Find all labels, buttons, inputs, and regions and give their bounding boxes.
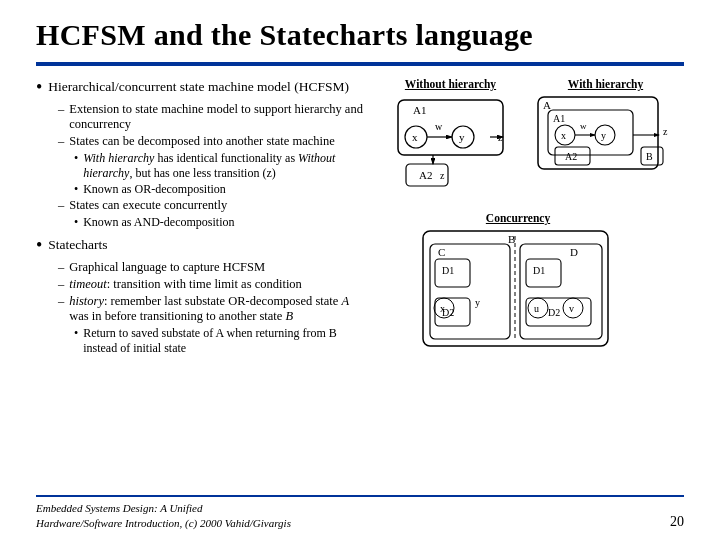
sub-sub-1-3-1-text: Known as AND-decomposition (83, 215, 234, 230)
bullet-1: • Hierarchical/concurrent state machine … (36, 78, 364, 98)
svg-text:y: y (475, 297, 480, 308)
svg-text:D1: D1 (533, 265, 545, 276)
sub-item-2-1: – Graphical language to capture HCFSM (58, 260, 364, 275)
svg-text:B: B (646, 151, 653, 162)
svg-text:A2: A2 (419, 169, 432, 181)
sub-sub-list-1-2: • With hierarchy has identical functiona… (74, 151, 364, 197)
sub-sub-list-2-3: • Return to saved substate of A when ret… (74, 326, 364, 356)
sub-item-1-3: – States can execute concurrently (58, 198, 364, 213)
bullet-2-text: Statecharts (48, 236, 107, 254)
sub-sub-1-2-1-end: , but has one less transition (z) (129, 166, 275, 180)
bullet-icon-2: • (36, 236, 42, 256)
svg-text:A2: A2 (565, 151, 577, 162)
sub-item-2-3: – history: remember last substate OR-dec… (58, 294, 364, 324)
state-b-italic: B (286, 309, 294, 323)
without-hierarchy-svg: A1 x y w z (378, 92, 523, 192)
concurrency-svg: B C D1 x D2 D (418, 226, 618, 356)
sub-item-1-2: – States can be decomposed into another … (58, 134, 364, 149)
right-column: Without hierarchy A1 x y w (374, 78, 684, 360)
sub-sub-1-3-1: • Known as AND-decomposition (74, 215, 364, 230)
page-number: 20 (670, 514, 684, 530)
sub-item-1-1: – Extension to state machine model to su… (58, 102, 364, 132)
sub-item-2-3-mid: was in before transitioning to another s… (69, 309, 285, 323)
sub-list-2: – Graphical language to capture HCFSM – … (58, 260, 364, 356)
svg-text:A: A (543, 99, 551, 111)
with-hierarchy-italic: With hierarchy (83, 151, 154, 165)
sub-sub-2-3-1-text: Return to saved substate of A when retur… (83, 326, 364, 356)
concurrency-diagram: Concurrency B C D1 x (418, 212, 618, 360)
sub-sub-1-2-2: • Known as OR-decomposition (74, 182, 364, 197)
hierarchy-diagrams: Without hierarchy A1 x y w (378, 78, 684, 196)
with-hierarchy-svg: A A1 x y w (533, 92, 678, 192)
sub-item-2-2-text: : transition with time limit as conditio… (107, 277, 302, 291)
without-hierarchy-diagram: Without hierarchy A1 x y w (378, 78, 523, 196)
bullet-2: • Statecharts (36, 236, 364, 256)
svg-rect-15 (538, 97, 658, 169)
sub-item-1-2-text: States can be decomposed into another st… (69, 134, 335, 149)
sub-sub-list-1-3: • Known as AND-decomposition (74, 215, 364, 230)
svg-text:C: C (438, 246, 445, 258)
sub-item-1-1-text: Extension to state machine model to supp… (69, 102, 364, 132)
divider (36, 62, 684, 66)
svg-text:y: y (601, 130, 606, 141)
sub-sub-1-2-1: • With hierarchy has identical functiona… (74, 151, 364, 181)
svg-text:v: v (569, 303, 574, 314)
svg-rect-35 (430, 244, 510, 339)
left-column: • Hierarchical/concurrent state machine … (36, 78, 374, 360)
concurrency-label: Concurrency (418, 212, 618, 224)
with-hierarchy-diagram: With hierarchy A A1 x y (533, 78, 678, 196)
history-italic: history (69, 294, 104, 308)
svg-text:u: u (534, 303, 539, 314)
sub-item-2-3-text: : remember last substate OR-decomposed s… (104, 294, 341, 308)
svg-text:w: w (580, 121, 587, 131)
svg-text:D: D (570, 246, 578, 258)
sub-sub-2-3-1: • Return to saved substate of A when ret… (74, 326, 364, 356)
svg-text:z: z (440, 170, 445, 181)
footer-line1: Embedded Systems Design: A Unified (36, 501, 291, 515)
footer-line2: Hardware/Software Introduction, (c) 2000… (36, 516, 291, 530)
state-a-italic: A (341, 294, 349, 308)
sub-item-2-2: – timeout: transition with time limit as… (58, 277, 364, 292)
svg-text:D2: D2 (548, 307, 560, 318)
svg-text:x: x (412, 131, 418, 143)
svg-text:D1: D1 (442, 265, 454, 276)
bullet-1-text: Hierarchical/concurrent state machine mo… (48, 78, 349, 96)
footer: Embedded Systems Design: A Unified Hardw… (36, 495, 684, 530)
bullet-icon-1: • (36, 78, 42, 98)
svg-text:A1: A1 (413, 104, 426, 116)
sub-item-2-1-text: Graphical language to capture HCFSM (69, 260, 265, 275)
sub-sub-1-2-2-text: Known as OR-decomposition (83, 182, 226, 197)
sub-list-1: – Extension to state machine model to su… (58, 102, 364, 230)
svg-text:A1: A1 (553, 113, 565, 124)
without-hierarchy-label: Without hierarchy (378, 78, 523, 90)
main-content: • Hierarchical/concurrent state machine … (36, 78, 684, 360)
footer-citation: Embedded Systems Design: A Unified Hardw… (36, 501, 291, 530)
svg-text:D2: D2 (442, 307, 454, 318)
page-title: HCFSM and the Statecharts language (36, 18, 684, 52)
sub-item-1-3-text: States can execute concurrently (69, 198, 227, 213)
sub-sub-1-2-1-mid: has identical functionality as (154, 151, 298, 165)
svg-text:B: B (508, 233, 515, 245)
with-hierarchy-label: With hierarchy (533, 78, 678, 90)
timeout-italic: timeout (69, 277, 107, 291)
svg-text:y: y (459, 131, 465, 143)
slide: HCFSM and the Statecharts language • Hie… (0, 0, 720, 540)
svg-text:x: x (561, 130, 566, 141)
svg-text:z: z (663, 126, 668, 137)
svg-text:w: w (435, 121, 443, 132)
